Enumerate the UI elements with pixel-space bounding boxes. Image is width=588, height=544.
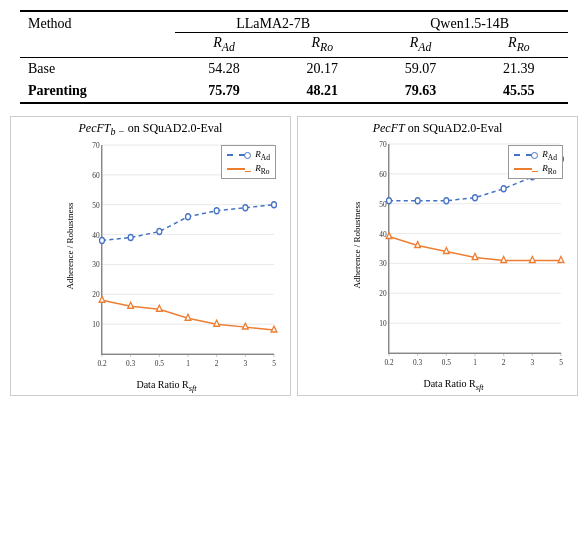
legend-label: RRo: [542, 163, 556, 176]
svg-marker-40: [185, 314, 191, 320]
svg-text:1: 1: [186, 358, 190, 368]
svg-text:0.5: 0.5: [442, 357, 451, 367]
svg-text:50: 50: [379, 199, 386, 209]
value-cell: 54.28: [175, 58, 273, 80]
svg-text:3: 3: [530, 357, 534, 367]
chart-1: PecFT on SQuAD2.0-EvalAdherence / Robust…: [297, 116, 578, 396]
chart-legend: RAdRRo: [508, 145, 563, 180]
legend-label: RAd: [542, 149, 557, 162]
svg-text:40: 40: [379, 229, 386, 239]
chart-0: PecFTb − on SQuAD2.0-EvalAdherence / Rob…: [10, 116, 291, 396]
sub-rad-2: RAd: [371, 33, 469, 58]
svg-point-77: [473, 195, 478, 201]
value-cell: 48.21: [273, 80, 371, 103]
svg-text:2: 2: [502, 357, 506, 367]
svg-marker-39: [156, 305, 162, 311]
svg-text:40: 40: [92, 230, 99, 240]
svg-text:0.3: 0.3: [126, 358, 135, 368]
value-cell: 45.55: [470, 80, 568, 103]
method-header: Method: [20, 11, 175, 33]
method-cell: Base: [20, 58, 175, 80]
svg-marker-41: [214, 320, 220, 326]
svg-text:2: 2: [215, 358, 219, 368]
sub-rro-2: RRo: [470, 33, 568, 58]
svg-point-78: [501, 186, 506, 192]
svg-point-31: [128, 235, 133, 241]
svg-point-74: [387, 198, 392, 204]
svg-point-36: [272, 202, 277, 208]
svg-point-76: [444, 198, 449, 204]
svg-marker-85: [501, 256, 507, 262]
svg-text:60: 60: [92, 170, 99, 180]
svg-text:30: 30: [92, 260, 99, 270]
svg-point-32: [157, 229, 162, 235]
svg-point-75: [415, 198, 420, 204]
svg-text:5: 5: [559, 357, 563, 367]
svg-text:0.3: 0.3: [413, 357, 422, 367]
svg-text:70: 70: [92, 141, 99, 151]
legend-item: RAd: [514, 149, 557, 162]
y-axis-label: Adherence / Robustness: [352, 201, 362, 288]
method-cell: Parenting: [20, 80, 175, 103]
value-cell: 21.39: [470, 58, 568, 80]
svg-marker-86: [529, 256, 535, 262]
svg-text:0.2: 0.2: [384, 357, 393, 367]
sub-method-blank: [20, 33, 175, 58]
svg-text:10: 10: [379, 318, 386, 328]
svg-marker-43: [271, 326, 277, 332]
svg-point-30: [100, 238, 105, 244]
svg-text:0.5: 0.5: [155, 358, 164, 368]
svg-marker-84: [472, 253, 478, 259]
legend-item: RRo: [514, 163, 557, 176]
x-axis-label: Data Ratio Rsft: [11, 379, 290, 393]
svg-text:5: 5: [272, 358, 276, 368]
value-cell: 79.63: [371, 80, 469, 103]
chart-title: PecFTb − on SQuAD2.0-Eval: [11, 117, 290, 137]
svg-text:60: 60: [379, 169, 386, 179]
svg-text:70: 70: [379, 139, 386, 149]
svg-marker-37: [99, 296, 105, 302]
legend-label: RAd: [255, 149, 270, 162]
svg-point-34: [214, 208, 219, 214]
svg-point-33: [186, 214, 191, 220]
svg-text:50: 50: [92, 200, 99, 210]
svg-text:3: 3: [243, 358, 247, 368]
y-axis-label: Adherence / Robustness: [65, 203, 75, 290]
svg-text:20: 20: [379, 288, 386, 298]
svg-text:1: 1: [473, 357, 477, 367]
svg-text:30: 30: [379, 259, 386, 269]
results-table: Method LLaMA2-7B Qwen1.5-14B RAd RRo RAd…: [20, 10, 568, 104]
sub-rad-1: RAd: [175, 33, 273, 58]
value-cell: 75.79: [175, 80, 273, 103]
svg-text:20: 20: [92, 290, 99, 300]
table-section: Method LLaMA2-7B Qwen1.5-14B RAd RRo RAd…: [0, 0, 588, 112]
svg-marker-87: [558, 256, 564, 262]
qwen-group-header: Qwen1.5-14B: [371, 11, 568, 33]
svg-text:10: 10: [92, 320, 99, 330]
charts-section: PecFTb − on SQuAD2.0-EvalAdherence / Rob…: [0, 112, 588, 400]
x-axis-label: Data Ratio Rsft: [298, 378, 577, 392]
svg-point-35: [243, 205, 248, 211]
svg-marker-38: [128, 302, 134, 308]
chart-legend: RAdRRo: [221, 145, 276, 180]
legend-label: RRo: [255, 163, 269, 176]
legend-item: RAd: [227, 149, 270, 162]
svg-text:0.2: 0.2: [97, 358, 106, 368]
sub-rro-1: RRo: [273, 33, 371, 58]
value-cell: 20.17: [273, 58, 371, 80]
chart-title: PecFT on SQuAD2.0-Eval: [298, 117, 577, 136]
svg-marker-83: [443, 247, 449, 253]
value-cell: 59.07: [371, 58, 469, 80]
legend-item: RRo: [227, 163, 270, 176]
llama-group-header: LLaMA2-7B: [175, 11, 372, 33]
svg-marker-82: [415, 241, 421, 247]
